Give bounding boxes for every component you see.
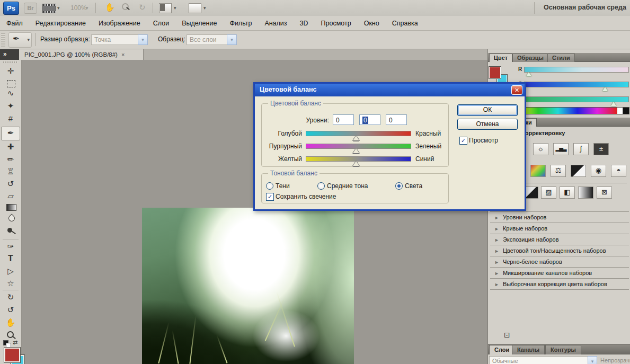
rotate-view-icon[interactable]: ↻: [139, 3, 146, 12]
blend-mode-arrow[interactable]: ▾: [588, 356, 597, 364]
current-tool-well[interactable]: ✒ ▾: [8, 32, 32, 48]
magenta-green-thumb[interactable]: [353, 148, 359, 153]
sample-size-select-arrow[interactable]: ▾: [138, 34, 148, 45]
preset-channel-mixer[interactable]: ►Микширование каналов наборов: [490, 267, 629, 278]
menu-3d[interactable]: 3D: [294, 20, 315, 27]
preset-curves[interactable]: ►Кривые наборов: [490, 223, 629, 234]
photo-filter-icon[interactable]: ◉: [591, 165, 606, 177]
sample-select[interactable]: Все слои: [187, 34, 230, 45]
midtones-radio[interactable]: [317, 182, 325, 190]
extras-dropdown-arrow[interactable]: ▾: [57, 5, 60, 11]
clone-stamp-tool[interactable]: ♖: [0, 166, 21, 177]
rotate-3d-tool[interactable]: ↻: [0, 291, 21, 303]
red-channel-slider[interactable]: [524, 67, 629, 73]
tab-swatches[interactable]: Образцы: [512, 54, 548, 62]
menu-view[interactable]: Просмотр: [315, 20, 358, 27]
dialog-close-button[interactable]: ✕: [511, 85, 522, 95]
orbit-3d-tool[interactable]: ↺: [0, 304, 21, 316]
document-image[interactable]: [142, 208, 354, 364]
expand-arrow-icon[interactable]: ►: [494, 248, 499, 254]
gradient-map-icon[interactable]: [578, 187, 593, 199]
screen-mode-icon[interactable]: [189, 3, 201, 13]
preset-selective-color[interactable]: ►Выборочная коррекция цвета наборов: [490, 278, 629, 290]
brightness-contrast-icon[interactable]: ☼: [533, 143, 548, 155]
preset-levels[interactable]: ►Уровни наборов: [490, 211, 629, 223]
panel-foreground-swatch[interactable]: [489, 67, 501, 78]
document-tab[interactable]: PIC_0001.JPG @ 100% (RGB/8#)×: [19, 49, 144, 60]
levels-icon[interactable]: ▂▅▃: [553, 143, 569, 155]
level-input-2[interactable]: 0: [359, 114, 380, 125]
blue-slider-thumb[interactable]: [611, 102, 616, 106]
posterize-icon[interactable]: ▨: [541, 187, 556, 199]
crop-tool[interactable]: #: [0, 113, 21, 125]
preview-label[interactable]: Просмотр: [469, 137, 498, 144]
blend-mode-select[interactable]: Обычные: [489, 356, 590, 364]
cyan-red-thumb[interactable]: [353, 136, 359, 140]
dialog-titlebar[interactable]: Цветовой баланс: [255, 84, 525, 96]
zoom-dropdown-arrow[interactable]: ▾: [86, 5, 88, 11]
menu-image[interactable]: Изображение: [92, 20, 147, 27]
menu-layers[interactable]: Слои: [147, 20, 175, 27]
switch-panel-icon[interactable]: ⊡: [504, 331, 510, 339]
arrange-dropdown-arrow[interactable]: ▾: [174, 5, 176, 11]
channel-mixer-icon[interactable]: ◓: [611, 165, 626, 177]
ok-button[interactable]: ОК: [457, 104, 518, 116]
green-channel-slider[interactable]: [524, 82, 629, 87]
expand-arrow-icon[interactable]: ►: [494, 260, 499, 265]
path-selection-tool[interactable]: ▷: [0, 265, 21, 277]
blur-tool[interactable]: [7, 214, 16, 223]
launch-bridge-button[interactable]: Br: [24, 3, 37, 14]
zoom-level-display[interactable]: 100%: [70, 4, 87, 12]
menu-select[interactable]: Выделение: [175, 20, 223, 27]
spectrum-black-swatch[interactable]: [623, 107, 629, 114]
tab-color[interactable]: Цвет: [489, 54, 512, 62]
preserve-luminosity-checkbox[interactable]: ✓: [266, 193, 274, 201]
brush-tool[interactable]: ✏: [0, 154, 21, 165]
eraser-tool[interactable]: ▱: [0, 190, 21, 202]
type-tool[interactable]: T: [0, 253, 21, 264]
tab-styles[interactable]: Стили: [547, 54, 575, 62]
arrange-documents-icon[interactable]: [159, 3, 172, 13]
menu-analysis[interactable]: Анализ: [258, 20, 293, 27]
preview-checkbox[interactable]: ✓: [459, 137, 467, 145]
tab-paths[interactable]: Контуры: [545, 345, 581, 354]
sample-select-arrow[interactable]: ▾: [227, 34, 237, 45]
tab-layers[interactable]: Слои: [489, 345, 514, 354]
zoom-tool[interactable]: [7, 331, 14, 338]
preset-black-white[interactable]: ►Черно-белое наборов: [490, 256, 629, 267]
zoom-tool-icon[interactable]: [122, 3, 129, 12]
foreground-color-swatch[interactable]: [4, 348, 20, 362]
marquee-tool[interactable]: [7, 80, 15, 87]
tab-close-icon[interactable]: ×: [121, 51, 125, 58]
midtones-label[interactable]: Средние тона: [327, 182, 368, 190]
expand-arrow-icon[interactable]: ►: [494, 215, 499, 220]
healing-brush-tool[interactable]: ✚: [0, 141, 21, 153]
swap-colors-icon[interactable]: ⇄: [13, 339, 17, 346]
expand-arrow-icon[interactable]: ►: [494, 282, 499, 287]
dodge-tool[interactable]: [7, 228, 12, 233]
level-input-1[interactable]: 0: [333, 114, 354, 125]
curves-icon[interactable]: ∫: [573, 143, 589, 155]
expand-arrow-icon[interactable]: ►: [494, 226, 499, 232]
sample-size-select[interactable]: Точка: [91, 34, 141, 45]
yellow-blue-thumb[interactable]: [353, 161, 359, 166]
shadows-radio[interactable]: [266, 182, 273, 190]
lasso-tool[interactable]: ∿: [0, 87, 21, 99]
preset-exposure[interactable]: ►Экспозиция наборов: [490, 234, 629, 245]
custom-shape-tool[interactable]: ☆: [0, 278, 21, 289]
exposure-icon[interactable]: ±: [593, 143, 609, 155]
menu-window[interactable]: Окно: [358, 20, 386, 27]
tool-preset-arrow[interactable]: ▾: [27, 37, 30, 42]
red-slider-thumb[interactable]: [526, 72, 531, 76]
menu-file[interactable]: Файл: [0, 20, 29, 27]
move-tool[interactable]: ✛: [0, 65, 21, 77]
menu-edit[interactable]: Редактирование: [29, 20, 92, 27]
pen-tool[interactable]: ✑: [0, 241, 21, 252]
preserve-luminosity-label[interactable]: Сохранить свечение: [276, 193, 336, 200]
tools-grip[interactable]: [3, 61, 18, 63]
options-grip[interactable]: [1, 33, 5, 47]
hand-tool[interactable]: ✋: [0, 317, 21, 329]
selective-color-icon[interactable]: ⊠: [597, 187, 612, 199]
hand-tool-icon[interactable]: ✋: [105, 3, 115, 12]
history-brush-tool[interactable]: ↺: [0, 178, 21, 190]
